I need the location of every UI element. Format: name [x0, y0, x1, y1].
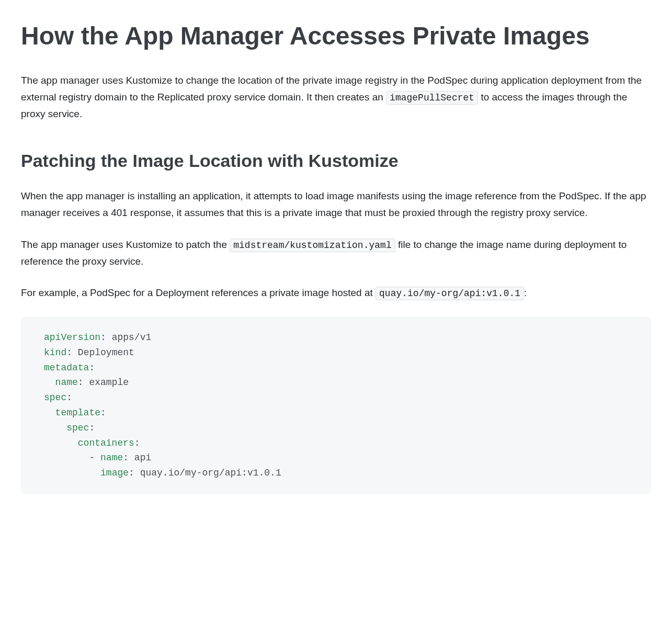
yaml-colon: :	[129, 468, 134, 478]
yaml-colon: :	[100, 332, 106, 343]
yaml-key: apiVersion	[44, 332, 100, 343]
yaml-colon: :	[66, 392, 72, 403]
yaml-key: image	[100, 468, 129, 478]
paragraph-example-intro: For example, a PodSpec for a Deployment …	[21, 285, 651, 302]
page-title: How the App Manager Accesses Private Ima…	[21, 21, 651, 51]
code-line: kind: Deployment	[44, 345, 628, 360]
inline-code-image-ref: quay.io/my-org/api:v1.0.1	[375, 287, 524, 300]
intro-paragraph: The app manager uses Kustomize to change…	[21, 72, 651, 123]
code-line: spec:	[44, 421, 628, 436]
code-line: - name: api	[44, 450, 628, 466]
yaml-value: apps/v1	[106, 332, 151, 343]
text-segment: For example, a PodSpec for a Deployment …	[21, 287, 375, 298]
yaml-key: name	[100, 452, 123, 463]
yaml-colon: :	[123, 452, 129, 463]
text-segment: :	[524, 287, 527, 298]
paragraph-install-behavior: When the app manager is installing an ap…	[21, 188, 651, 222]
code-line: metadata:	[44, 360, 628, 376]
yaml-key: name	[55, 377, 78, 388]
yaml-value: Deployment	[72, 347, 134, 358]
code-line: template:	[44, 405, 628, 421]
yaml-key: spec	[44, 392, 66, 403]
text-segment: The app manager uses Kustomize to patch …	[21, 239, 230, 250]
yaml-colon: :	[100, 407, 106, 418]
yaml-value: api	[129, 452, 151, 463]
yaml-colon: :	[89, 423, 95, 433]
code-line: spec:	[44, 390, 628, 405]
paragraph-kustomize-patch: The app manager uses Kustomize to patch …	[21, 236, 651, 270]
code-line: image: quay.io/my-org/api:v1.0.1	[44, 466, 628, 481]
yaml-colon: :	[78, 377, 84, 388]
yaml-key: metadata	[44, 363, 89, 373]
code-line: containers:	[44, 436, 628, 451]
inline-code-kustomization-path: midstream/kustomization.yaml	[230, 239, 395, 252]
code-line: apiVersion: apps/v1	[44, 330, 628, 345]
yaml-dash: -	[89, 452, 100, 463]
yaml-key: spec	[66, 423, 89, 433]
code-line: name: example	[44, 375, 628, 390]
yaml-key: containers	[78, 438, 134, 448]
yaml-colon: :	[89, 363, 95, 373]
yaml-key: kind	[44, 347, 66, 358]
yaml-key: template	[55, 407, 100, 418]
yaml-colon: :	[66, 347, 72, 358]
section-heading-patching: Patching the Image Location with Kustomi…	[21, 149, 651, 172]
yaml-value: example	[84, 377, 129, 388]
yaml-value: quay.io/my-org/api:v1.0.1	[134, 468, 281, 478]
yaml-colon: :	[134, 438, 140, 448]
yaml-code-block: apiVersion: apps/v1kind: Deploymentmetad…	[21, 316, 651, 494]
inline-code-imagepullsecret: imagePullSecret	[386, 91, 478, 105]
